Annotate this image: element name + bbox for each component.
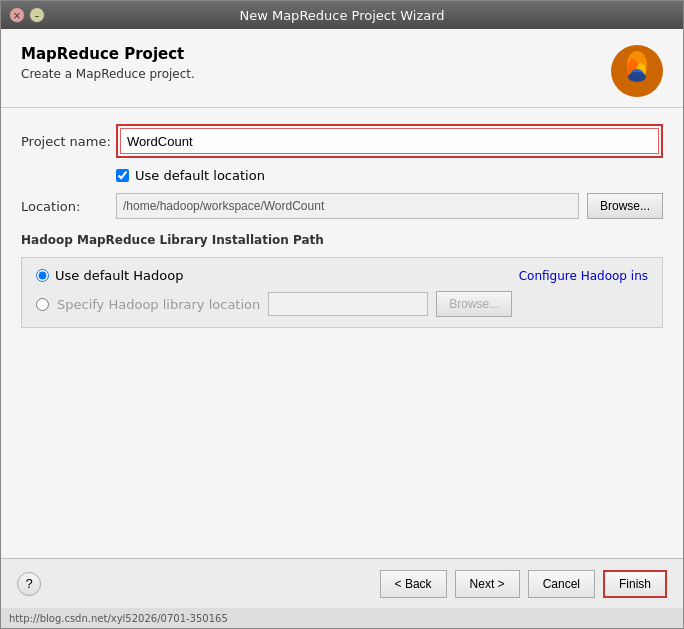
- specify-hadoop-row: Specify Hadoop library location Browse..…: [36, 291, 648, 317]
- project-name-row: Project name:: [21, 124, 663, 158]
- specify-hadoop-input[interactable]: [268, 292, 428, 316]
- location-browse-button[interactable]: Browse...: [587, 193, 663, 219]
- wizard-icon: [611, 45, 663, 97]
- use-default-hadoop-left: Use default Hadoop: [36, 268, 183, 283]
- status-bar: http://blog.csdn.net/xyl52026/0701-35016…: [1, 608, 683, 628]
- bottom-bar: ? < Back Next > Cancel Finish: [1, 558, 683, 608]
- hadoop-radio-section: Use default Hadoop Configure Hadoop ins …: [21, 257, 663, 328]
- wizard-title: MapReduce Project: [21, 45, 195, 63]
- configure-hadoop-link[interactable]: Configure Hadoop ins: [519, 269, 648, 283]
- wizard-subtitle: Create a MapReduce project.: [21, 67, 195, 81]
- use-default-location-checkbox[interactable]: [116, 169, 129, 182]
- specify-hadoop-label[interactable]: Specify Hadoop library location: [57, 297, 260, 312]
- wizard-window: × – New MapReduce Project Wizard MapRedu…: [0, 0, 684, 629]
- use-default-location-row: Use default location: [116, 168, 663, 183]
- finish-button[interactable]: Finish: [603, 570, 667, 598]
- specify-hadoop-left: Specify Hadoop library location Browse..…: [36, 291, 512, 317]
- wizard-content: MapReduce Project Create a MapReduce pro…: [1, 29, 683, 628]
- specify-hadoop-radio[interactable]: [36, 298, 49, 311]
- location-label: Location:: [21, 199, 116, 214]
- use-default-hadoop-label[interactable]: Use default Hadoop: [55, 268, 183, 283]
- header-text-block: MapReduce Project Create a MapReduce pro…: [21, 45, 195, 81]
- svg-point-5: [628, 72, 646, 82]
- location-row: Location: Browse...: [21, 193, 663, 219]
- minimize-button[interactable]: –: [29, 7, 45, 23]
- project-name-input-wrapper: [116, 124, 663, 158]
- hadoop-section-label: Hadoop MapReduce Library Installation Pa…: [21, 233, 663, 247]
- next-button[interactable]: Next >: [455, 570, 520, 598]
- bottom-right: < Back Next > Cancel Finish: [380, 570, 667, 598]
- use-default-hadoop-row: Use default Hadoop Configure Hadoop ins: [36, 268, 648, 283]
- use-default-location-label[interactable]: Use default location: [135, 168, 265, 183]
- location-input[interactable]: [116, 193, 579, 219]
- help-button[interactable]: ?: [17, 572, 41, 596]
- location-label-text: Location:: [21, 199, 80, 214]
- bottom-left: ?: [17, 572, 41, 596]
- window-title: New MapReduce Project Wizard: [49, 8, 635, 23]
- status-text: http://blog.csdn.net/xyl52026/0701-35016…: [9, 613, 228, 624]
- project-name-label: Project name:: [21, 134, 116, 149]
- form-section: Project name: Use default location Locat…: [1, 108, 683, 558]
- use-default-hadoop-radio[interactable]: [36, 269, 49, 282]
- cancel-button[interactable]: Cancel: [528, 570, 595, 598]
- project-name-label-text: Project name:: [21, 134, 111, 149]
- project-name-input[interactable]: [120, 128, 659, 154]
- wizard-header: MapReduce Project Create a MapReduce pro…: [1, 29, 683, 107]
- title-bar: × – New MapReduce Project Wizard: [1, 1, 683, 29]
- back-button[interactable]: < Back: [380, 570, 447, 598]
- close-button[interactable]: ×: [9, 7, 25, 23]
- specify-browse-button[interactable]: Browse...: [436, 291, 512, 317]
